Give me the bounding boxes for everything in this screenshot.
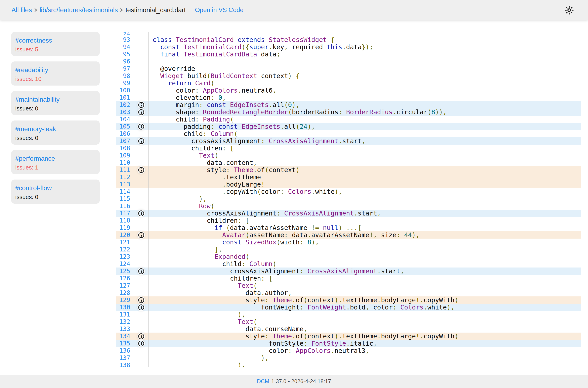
code-line-100: 100 color: AppColors.neutral6, — [116, 87, 581, 94]
info-icon[interactable] — [138, 268, 144, 274]
issue-gutter — [134, 325, 149, 333]
breadcrumb-link[interactable]: All files — [11, 6, 32, 14]
code-text: ), — [149, 354, 581, 362]
info-icon[interactable] — [138, 102, 144, 108]
code-text: crossAxisAlignment: CrossAxisAlignment.s… — [149, 210, 581, 217]
issue-gutter — [134, 318, 149, 325]
code-line-101: 101 elevation: 0, — [116, 94, 581, 101]
code-text: .bodyLarge! — [149, 181, 581, 188]
info-icon[interactable] — [138, 297, 144, 303]
line-number: 114 — [116, 188, 134, 195]
tag-link[interactable]: #readability — [15, 66, 96, 74]
info-icon[interactable] — [138, 333, 144, 339]
tag-issue-count: issues: 0 — [15, 105, 96, 112]
code-text: elevation: 0, — [149, 94, 581, 101]
code-text: child: Column( — [149, 260, 581, 267]
code-line-118: 118 children: [ — [116, 217, 581, 224]
code-text — [149, 58, 581, 65]
issue-gutter — [134, 152, 149, 159]
code-line-108: 108 children: [ — [116, 145, 581, 152]
code-text: const TestimonialCard({super.key, requir… — [149, 43, 581, 51]
line-number: 104 — [116, 116, 134, 123]
issue-gutter — [134, 217, 149, 224]
info-icon[interactable] — [138, 232, 144, 238]
code-line-95: 95 final TestimonialCardData data; — [116, 51, 581, 58]
tag-card-correctness: #correctnessissues: 5 — [11, 32, 100, 56]
code-line-104: 104 child: Padding( — [116, 116, 581, 123]
issue-gutter — [134, 304, 149, 311]
info-icon[interactable] — [138, 138, 144, 144]
info-icon[interactable] — [138, 304, 144, 310]
issue-gutter — [134, 181, 149, 188]
code-text: ), — [149, 195, 581, 202]
code-text: Expanded( — [149, 253, 581, 260]
code-line-138: 138 ), — [116, 362, 581, 367]
issue-gutter — [134, 311, 149, 318]
issue-gutter — [134, 72, 149, 79]
line-number: 122 — [116, 246, 134, 253]
tag-link[interactable]: #correctness — [15, 36, 96, 45]
issue-gutter — [134, 137, 149, 145]
tag-link[interactable]: #memory-leak — [15, 125, 96, 133]
code-text: style: Theme.of(context).textTheme.bodyL… — [149, 333, 581, 340]
issue-gutter — [134, 354, 149, 362]
issue-gutter — [134, 166, 149, 173]
code-text: Text( — [149, 282, 581, 289]
info-icon[interactable] — [138, 211, 144, 216]
issue-gutter — [134, 116, 149, 123]
info-icon[interactable] — [138, 167, 144, 173]
info-icon[interactable] — [138, 340, 144, 346]
code-text: Text( — [149, 152, 581, 159]
issue-gutter — [134, 210, 149, 217]
line-number: 117 — [116, 210, 134, 217]
line-number: 103 — [116, 108, 134, 116]
line-number: 115 — [116, 195, 134, 202]
info-icon[interactable] — [138, 109, 144, 115]
line-number: 108 — [116, 145, 134, 152]
tag-issue-count: issues: 5 — [15, 46, 96, 53]
line-number: 96 — [116, 58, 134, 65]
code-text: children: [ — [149, 217, 581, 224]
code-line-112: 112 .textTheme — [116, 173, 581, 181]
code-text: Widget build(BuildContext context) { — [149, 72, 581, 79]
line-number: 113 — [116, 181, 134, 188]
issue-gutter — [134, 87, 149, 94]
code-text: ), — [149, 362, 581, 367]
line-number: 101 — [116, 94, 134, 101]
issue-gutter — [134, 224, 149, 231]
code-text: margin: const EdgeInsets.all(0), — [149, 101, 581, 108]
code-line-131: 131 ), — [116, 311, 581, 318]
issue-gutter — [134, 173, 149, 181]
line-number: 129 — [116, 296, 134, 304]
code-line-111: 111 style: Theme.of(context) — [116, 166, 581, 173]
tag-link[interactable]: #performance — [15, 154, 96, 163]
theme-toggle-button[interactable] — [564, 5, 574, 15]
code-line-93: 93class TestimonialCard extends Stateles… — [116, 36, 581, 43]
dcm-link[interactable]: DCM — [257, 378, 269, 385]
tag-link[interactable]: #control-flow — [15, 184, 96, 192]
breadcrumb-link[interactable]: lib/src/features/testimonials — [40, 6, 118, 14]
code-line-119: 119 if (data.avatarAssetName != null) ..… — [116, 224, 581, 231]
code-line-114: 114 .copyWith(color: Colors.white), — [116, 188, 581, 195]
issue-gutter — [134, 282, 149, 289]
line-number: 120 — [116, 231, 134, 239]
issue-gutter — [134, 362, 149, 367]
issue-gutter — [134, 246, 149, 253]
line-number: 112 — [116, 173, 134, 181]
code-text: .copyWith(color: Colors.white), — [149, 188, 581, 195]
code-text: child: Padding( — [149, 116, 581, 123]
open-in-vscode-link[interactable]: Open in VS Code — [195, 6, 243, 14]
line-number: 124 — [116, 260, 134, 267]
tag-link[interactable]: #maintainability — [15, 95, 96, 104]
info-icon[interactable] — [138, 124, 144, 129]
issue-gutter — [134, 275, 149, 282]
code-line-97: 97 @override — [116, 65, 581, 72]
line-number: 94 — [116, 43, 134, 51]
issue-gutter — [134, 188, 149, 195]
code-text: style: Theme.of(context) — [149, 166, 581, 173]
line-number: 102 — [116, 101, 134, 108]
tag-issue-count: issues: 0 — [15, 135, 96, 141]
line-number: 100 — [116, 87, 134, 94]
issue-gutter — [134, 347, 149, 354]
code-text: class TestimonialCard extends StatelessW… — [149, 36, 581, 43]
